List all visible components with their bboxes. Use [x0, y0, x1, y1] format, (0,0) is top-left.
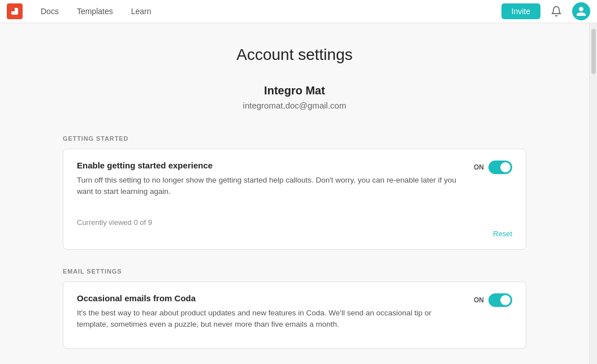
getting-started-footer: Currently viewed 0 of 9 Reset	[77, 207, 512, 238]
reset-link[interactable]: Reset	[493, 229, 512, 238]
email-settings-label: EMAIL SETTINGS	[63, 268, 526, 275]
page-title: Account settings	[63, 46, 526, 64]
learn-nav-link[interactable]: Learn	[122, 0, 161, 23]
getting-started-title: Enable getting started experience	[77, 161, 460, 170]
email-settings-card: Occasional emails from Coda It's the bes…	[63, 281, 526, 349]
getting-started-toggle-label: ON	[474, 163, 484, 171]
getting-started-text: Enable getting started experience Turn o…	[77, 161, 474, 205]
invite-button[interactable]: Invite	[501, 3, 540, 19]
main-content: Account settings Integro Mat integromat.…	[0, 23, 589, 364]
getting-started-toggle[interactable]	[488, 161, 512, 174]
nav-right: Invite	[501, 2, 590, 20]
getting-started-meta: Currently viewed 0 of 9	[77, 218, 152, 227]
getting-started-controls: ON	[474, 161, 512, 174]
getting-started-row: Enable getting started experience Turn o…	[77, 161, 512, 205]
email-settings-toggle-row: ON	[474, 293, 512, 307]
email-settings-toggle-label: ON	[474, 296, 484, 304]
user-email: integromat.doc@gmail.com	[63, 101, 526, 110]
email-settings-title: Occasional emails from Coda	[77, 293, 460, 303]
getting-started-toggle-row: ON	[474, 161, 512, 174]
templates-nav-link[interactable]: Templates	[68, 0, 122, 23]
docs-nav-link[interactable]: Docs	[32, 0, 68, 23]
getting-started-desc: Turn off this setting to no longer show …	[77, 175, 460, 198]
app-logo[interactable]	[7, 3, 23, 19]
user-name: Integro Mat	[63, 84, 526, 97]
scrollbar-thumb[interactable]	[591, 29, 596, 74]
nav-links: Docs Templates Learn	[32, 0, 161, 23]
email-settings-row: Occasional emails from Coda It's the bes…	[77, 293, 512, 337]
email-settings-controls: ON	[474, 293, 512, 307]
scrollbar-track[interactable]	[589, 23, 597, 364]
user-avatar[interactable]	[572, 2, 590, 20]
content-inner: Account settings Integro Mat integromat.…	[63, 46, 526, 349]
getting-started-label: GETTING STARTED	[63, 135, 526, 142]
email-settings-desc: It's the best way to hear about product …	[77, 307, 460, 331]
notifications-icon[interactable]	[547, 2, 565, 20]
page-container: Account settings Integro Mat integromat.…	[0, 23, 597, 364]
email-settings-text: Occasional emails from Coda It's the bes…	[77, 293, 474, 337]
svg-rect-1	[11, 8, 15, 11]
navbar: Docs Templates Learn Invite	[0, 0, 597, 23]
email-settings-toggle[interactable]	[488, 293, 512, 307]
getting-started-card: Enable getting started experience Turn o…	[63, 149, 526, 250]
